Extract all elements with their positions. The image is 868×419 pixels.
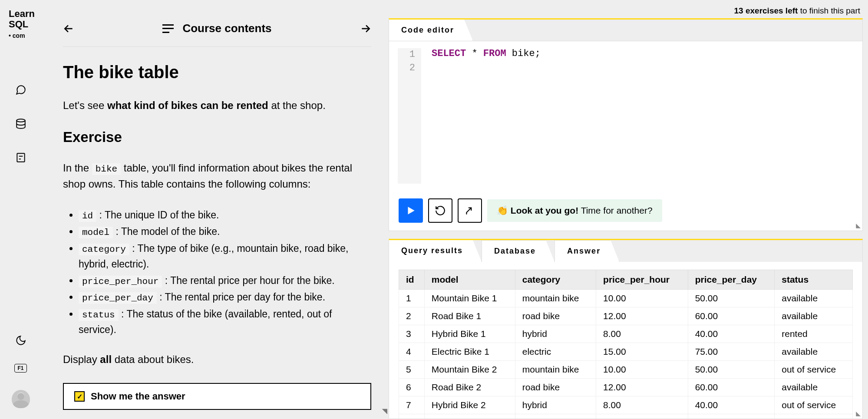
column-item: status : The status of the bike (availab… — [79, 307, 371, 338]
col-status: status — [775, 270, 853, 290]
resize-handle-icon: ◢ — [380, 410, 388, 414]
task-text: Display all data about bikes. — [63, 352, 371, 367]
line-gutter: 12 — [398, 48, 421, 184]
feedback-message: 👏 Look at you go! Time for another? — [487, 199, 662, 222]
code-area[interactable]: 12 SELECT * FROM bike; — [389, 41, 862, 191]
results-table: idmodelcategoryprice_per_hourprice_per_d… — [399, 270, 853, 419]
help-shortcut-badge[interactable]: F1 — [14, 364, 26, 373]
svg-marker-6 — [408, 207, 415, 214]
table-row: 7Hybrid Bike 2hybrid8.0040.00out of serv… — [399, 396, 853, 414]
logo: Learn SQL • com — [0, 9, 41, 40]
column-item: price_per_hour : The rental price per ho… — [79, 273, 371, 289]
run-button[interactable] — [399, 198, 423, 223]
col-id: id — [399, 270, 425, 290]
exercise-heading: Exercise — [63, 129, 371, 145]
column-item: id : The unique ID of the bike. — [79, 208, 371, 224]
resize-handle-icon[interactable]: ◢ — [855, 224, 862, 227]
col-category: category — [515, 270, 596, 290]
svg-rect-1 — [17, 153, 24, 162]
nav-title: Course contents — [182, 22, 271, 35]
theme-icon[interactable] — [15, 334, 27, 346]
table-row: 4Electric Bike 1electric15.0075.00availa… — [399, 343, 853, 361]
right-panel: 13 exercises left to finish this part Co… — [389, 0, 868, 419]
column-item: category : The type of bike (e.g., mount… — [79, 241, 371, 272]
results-box: Query resultsDatabaseAnswer idmodelcateg… — [389, 239, 863, 419]
column-item: price_per_day : The rental price per day… — [79, 290, 371, 306]
tab-code-editor[interactable]: Code editor — [389, 20, 473, 41]
share-button[interactable] — [458, 198, 482, 223]
resize-handle-icon[interactable]: ◢ — [855, 412, 862, 415]
col-model: model — [424, 270, 515, 290]
notes-icon[interactable] — [15, 152, 27, 164]
col-price_per_day: price_per_day — [688, 270, 775, 290]
next-button[interactable] — [360, 23, 371, 34]
tab-answer[interactable]: Answer — [554, 240, 619, 262]
lesson-panel: Course contents The bike table Let's see… — [41, 0, 389, 419]
chat-icon[interactable] — [15, 84, 27, 96]
menu-icon — [162, 24, 174, 33]
col-price_per_hour: price_per_hour — [596, 270, 688, 290]
prev-button[interactable] — [63, 23, 74, 34]
table-row: 8Electric Bike 2electric15.0075.00availa… — [399, 414, 853, 419]
code-lines: SELECT * FROM bike; — [421, 48, 541, 184]
tab-database[interactable]: Database — [482, 240, 554, 262]
table-row: 6Road Bike 2road bike12.0060.00available — [399, 379, 853, 396]
intro-text: Let's see what kind of bikes can be rent… — [63, 98, 371, 113]
table-row: 5Mountain Bike 2mountain bike10.0050.00o… — [399, 361, 853, 379]
answer-button-label: Show me the answer — [91, 391, 185, 402]
course-contents-button[interactable]: Course contents — [74, 22, 360, 35]
code-editor-box: Code editor 12 SELECT * FROM bike; — [389, 18, 863, 231]
left-sidebar: Learn SQL • com F1 — [0, 0, 41, 419]
svg-point-0 — [17, 119, 25, 122]
reset-button[interactable] — [428, 198, 452, 223]
progress-text: 13 exercises left to finish this part — [389, 4, 863, 18]
table-row: 3Hybrid Bike 1hybrid8.0040.00rented — [399, 325, 853, 343]
exercise-intro: In the bike table, you'll find informati… — [63, 160, 371, 192]
check-icon: ✓ — [74, 391, 85, 402]
user-avatar[interactable] — [12, 390, 30, 408]
page-title: The bike table — [63, 63, 371, 82]
table-row: 2Road Bike 1road bike12.0060.00available — [399, 307, 853, 325]
database-icon[interactable] — [15, 118, 27, 130]
table-row: 1Mountain Bike 1mountain bike10.0050.00a… — [399, 290, 853, 307]
tab-query-results[interactable]: Query results — [389, 240, 482, 262]
show-answer-button[interactable]: ✓ Show me the answer — [63, 383, 371, 410]
column-list: id : The unique ID of the bike.model : T… — [63, 208, 371, 339]
column-item: model : The model of the bike. — [79, 224, 371, 240]
